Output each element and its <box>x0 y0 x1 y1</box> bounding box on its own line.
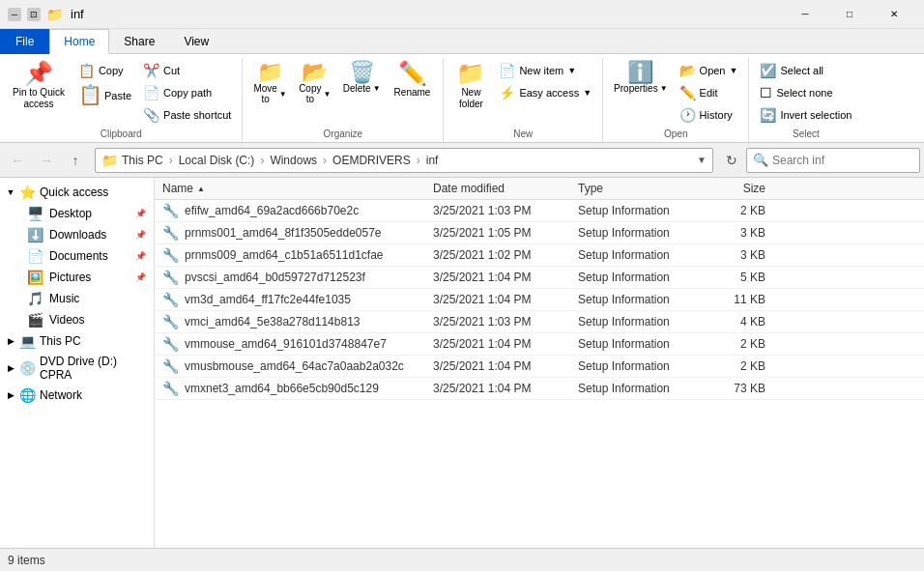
table-row[interactable]: 🔧 vmusbmouse_amd64_64ac7a0aab2a032c 3/25… <box>155 356 924 378</box>
file-name: vmusbmouse_amd64_64ac7a0aab2a032c <box>185 359 404 373</box>
file-size: 2 KB <box>704 359 781 373</box>
ribbon: 📌 Pin to Quickaccess 📋 Copy 📋 Paste ✂️ C… <box>0 54 924 143</box>
file-name: vmxnet3_amd64_bb66e5cb90d5c129 <box>185 382 379 395</box>
sidebar: ▼ ⭐ Quick access 🖥️ Desktop 📌 ⬇️ Downloa… <box>0 178 155 548</box>
col-header-type[interactable]: Type <box>578 182 704 195</box>
sidebar-item-documents[interactable]: 📄 Documents 📌 <box>0 245 154 267</box>
file-date: 3/25/2021 1:02 PM <box>433 248 578 262</box>
copy-to-icon: 📂 <box>302 62 328 83</box>
paste-shortcut-button[interactable]: 📎 Paste shortcut <box>138 104 236 126</box>
copy-path-button[interactable]: 📄 Copy path <box>138 82 236 103</box>
pin-to-quick-access-button[interactable]: 📌 Pin to Quickaccess <box>6 58 72 114</box>
pictures-icon: 🖼️ <box>27 270 43 285</box>
paste-button[interactable]: 📋 Paste <box>73 82 136 109</box>
minimize-icon: ─ <box>8 8 21 21</box>
easy-access-icon: ⚡ <box>499 85 515 100</box>
item-count: 9 items <box>8 554 45 567</box>
history-button[interactable]: 🕐 History <box>675 104 743 126</box>
table-row[interactable]: 🔧 pvscsi_amd64_b0d59727d712523f 3/25/202… <box>155 267 924 289</box>
dvd-icon: 💿 <box>19 360 36 376</box>
cut-button[interactable]: ✂️ Cut <box>138 60 236 81</box>
tab-home[interactable]: Home <box>49 29 109 54</box>
search-box[interactable]: 🔍 <box>746 148 920 173</box>
clipboard-extra-buttons: ✂️ Cut 📄 Copy path 📎 Paste shortcut <box>138 58 236 126</box>
easy-access-button[interactable]: ⚡ Easy access ▼ <box>494 82 596 103</box>
properties-button[interactable]: ℹ️ Properties ▼ <box>609 58 673 98</box>
invert-selection-icon: 🔄 <box>760 107 776 123</box>
dvd-header[interactable]: ▶ 💿 DVD Drive (D:) CPRA <box>0 352 154 385</box>
file-size: 2 KB <box>704 204 781 217</box>
file-date: 3/25/2021 1:04 PM <box>433 271 578 284</box>
videos-icon: 🎬 <box>27 312 43 328</box>
address-bar[interactable]: 📁 This PC › Local Disk (C:) › Windows › … <box>95 148 713 173</box>
table-row[interactable]: 🔧 vmxnet3_amd64_bb66e5cb90d5c129 3/25/20… <box>155 378 924 400</box>
file-list: Name ▲ Date modified Type Size 🔧 efifw_a… <box>155 178 924 548</box>
pin-indicator-downloads: 📌 <box>135 230 146 240</box>
col-header-date[interactable]: Date modified <box>433 182 578 195</box>
search-input[interactable] <box>772 154 917 167</box>
cut-icon: ✂️ <box>143 63 159 78</box>
quick-access-expand-icon: ▼ <box>4 187 17 197</box>
new-folder-button[interactable]: 📁 Newfolder <box>449 58 492 114</box>
table-row[interactable]: 🔧 prnms009_amd64_c1b51a6511d1cfae 3/25/2… <box>155 244 924 267</box>
sidebar-item-downloads[interactable]: ⬇️ Downloads 📌 <box>0 224 154 245</box>
paste-icon: 📋 <box>78 85 102 104</box>
sidebar-item-music[interactable]: 🎵 Music <box>0 288 154 309</box>
table-row[interactable]: 🔧 vmmouse_amd64_916101d3748847e7 3/25/20… <box>155 333 924 356</box>
open-extra-buttons: 📂 Open ▼ ✏️ Edit 🕐 History <box>675 58 743 126</box>
copy-to-button[interactable]: 📂 Copyto ▼ <box>294 58 336 108</box>
maximize-button[interactable]: □ <box>827 0 872 29</box>
table-row[interactable]: 🔧 prnms001_amd64_8f1f3505edde057e 3/25/2… <box>155 222 924 244</box>
edit-button[interactable]: ✏️ Edit <box>675 82 743 103</box>
address-dropdown-arrow[interactable]: ▼ <box>697 155 707 165</box>
sort-arrow-icon: ▲ <box>197 185 205 193</box>
this-pc-header[interactable]: ▶ 💻 This PC <box>0 330 154 352</box>
move-to-button[interactable]: 📁 Moveto ▼ <box>248 58 291 108</box>
documents-icon: 📄 <box>27 248 43 264</box>
sidebar-item-videos[interactable]: 🎬 Videos <box>0 309 154 330</box>
tab-view[interactable]: View <box>169 29 223 54</box>
network-header[interactable]: ▶ 🌐 Network <box>0 385 154 406</box>
tab-share[interactable]: Share <box>109 29 169 54</box>
delete-icon: 🗑️ <box>349 62 375 83</box>
table-row[interactable]: 🔧 vm3d_amd64_ff17fc2e44fe1035 3/25/2021 … <box>155 289 924 311</box>
minimize-button[interactable]: ─ <box>783 0 827 29</box>
file-type: Setup Information <box>578 382 704 395</box>
sidebar-item-desktop[interactable]: 🖥️ Desktop 📌 <box>0 203 154 224</box>
new-item-button[interactable]: 📄 New item ▼ <box>494 60 596 81</box>
col-header-size[interactable]: Size <box>704 182 781 195</box>
select-none-button[interactable]: ☐ Select none <box>755 82 856 103</box>
copy-icon: 📋 <box>78 63 95 78</box>
col-header-name[interactable]: Name ▲ <box>162 182 433 195</box>
quick-access-label: Quick access <box>40 186 108 199</box>
addr-inf: inf <box>426 154 439 167</box>
forward-button[interactable]: → <box>33 147 60 174</box>
refresh-button[interactable]: ↻ <box>719 148 744 173</box>
table-row[interactable]: 🔧 vmci_amd64_5e38a278d114b813 3/25/2021 … <box>155 311 924 333</box>
delete-button[interactable]: 🗑️ Delete ▼ <box>338 58 386 98</box>
file-type: Setup Information <box>578 315 704 328</box>
table-row[interactable]: 🔧 efifw_amd64_69a2acd666b70e2c 3/25/2021… <box>155 200 924 222</box>
file-type: Setup Information <box>578 359 704 373</box>
star-icon: ⭐ <box>19 185 36 200</box>
move-to-icon: 📁 <box>257 62 283 83</box>
copy-button[interactable]: 📋 Copy <box>73 60 136 81</box>
rename-button[interactable]: ✏️ Rename <box>388 58 438 102</box>
this-pc-icon: 💻 <box>19 333 36 349</box>
open-button[interactable]: 📂 Open ▼ <box>675 60 743 81</box>
select-all-button[interactable]: ☑️ Select all <box>755 60 856 81</box>
this-pc-expand-icon: ▶ <box>4 336 17 346</box>
quick-access-header[interactable]: ▼ ⭐ Quick access <box>0 182 154 203</box>
pin-icon: 📌 <box>24 62 53 85</box>
ribbon-group-select: ☑️ Select all ☐ Select none 🔄 Invert sel… <box>749 58 862 142</box>
up-button[interactable]: ↑ <box>62 147 89 174</box>
sidebar-item-pictures[interactable]: 🖼️ Pictures 📌 <box>0 267 154 288</box>
close-button[interactable]: ✕ <box>872 0 916 29</box>
new-extra-buttons: 📄 New item ▼ ⚡ Easy access ▼ <box>494 58 596 103</box>
back-button[interactable]: ← <box>4 147 31 174</box>
invert-selection-button[interactable]: 🔄 Invert selection <box>755 104 856 126</box>
tab-file[interactable]: File <box>0 29 49 54</box>
file-icon: 🔧 <box>162 225 179 241</box>
addr-local-disk: Local Disk (C:) <box>179 154 255 167</box>
select-buttons: ☑️ Select all ☐ Select none 🔄 Invert sel… <box>755 58 856 126</box>
